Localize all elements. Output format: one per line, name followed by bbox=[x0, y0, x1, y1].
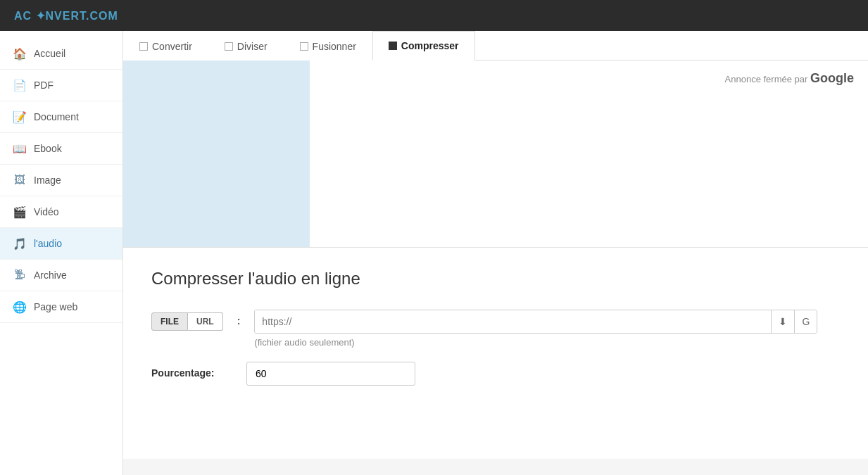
main-layout: 🏠 Accueil 📄 PDF 📝 Document 📖 Ebook 🖼 Ima… bbox=[0, 31, 868, 475]
accueil-icon: 🏠 bbox=[13, 46, 27, 61]
tab-label-fusionner: Fusionner bbox=[313, 41, 356, 52]
url-input[interactable] bbox=[255, 310, 771, 333]
sidebar-label-video: Vidéo bbox=[34, 206, 59, 217]
video-icon: 🎬 bbox=[13, 205, 27, 219]
logo-ac: AC bbox=[14, 10, 36, 22]
tab-label-diviser: Diviser bbox=[237, 41, 268, 52]
url-button[interactable]: URL bbox=[188, 312, 223, 331]
file-button[interactable]: FILE bbox=[151, 312, 188, 331]
tab-checkbox-fusionner bbox=[300, 42, 308, 51]
sidebar-item-image[interactable]: 🖼 Image bbox=[0, 165, 122, 196]
sidebar-item-pageweb[interactable]: 🌐 Page web bbox=[0, 291, 122, 323]
tab-bar: Convertir Diviser Fusionner Compresser bbox=[123, 31, 868, 61]
logo[interactable]: AC ✦NVERT.COM bbox=[14, 9, 118, 23]
file-url-buttons: FILE URL bbox=[151, 310, 223, 331]
pdf-icon: 📄 bbox=[13, 78, 27, 92]
sidebar-label-audio: l'audio bbox=[34, 238, 62, 249]
file-url-row: FILE URL : ⬇ G (fichier audio seulement) bbox=[151, 310, 840, 348]
google-drive-icon[interactable]: G bbox=[794, 310, 817, 333]
sidebar-label-pageweb: Page web bbox=[34, 301, 77, 312]
url-input-wrapper: ⬇ G bbox=[254, 310, 817, 334]
image-icon: 🖼 bbox=[13, 173, 27, 187]
content-area: Annonce fermée par Google Compresser l'a… bbox=[123, 61, 868, 459]
logo-nvert: NVERT.COM bbox=[46, 10, 118, 22]
pourcentage-label: Pourcentage: bbox=[151, 362, 236, 379]
pageweb-icon: 🌐 bbox=[13, 300, 27, 314]
sidebar-label-archive: Archive bbox=[34, 270, 67, 281]
sidebar-item-accueil[interactable]: 🏠 Accueil bbox=[0, 38, 122, 70]
dropdown-icon[interactable]: ⬇ bbox=[772, 310, 794, 333]
sidebar-item-pdf[interactable]: 📄 PDF bbox=[0, 70, 122, 101]
tab-label-convertir: Convertir bbox=[152, 41, 192, 52]
sidebar: 🏠 Accueil 📄 PDF 📝 Document 📖 Ebook 🖼 Ima… bbox=[0, 31, 123, 475]
tab-diviser[interactable]: Diviser bbox=[208, 31, 284, 61]
sidebar-label-image: Image bbox=[34, 175, 61, 186]
sidebar-item-archive[interactable]: 🗜 Archive bbox=[0, 260, 122, 291]
audio-icon: 🎵 bbox=[13, 236, 27, 251]
page-title: Compresser l'audio en ligne bbox=[151, 269, 840, 289]
ad-notice: Annonce fermée par Google bbox=[310, 61, 868, 247]
input-hint: (fichier audio seulement) bbox=[254, 337, 817, 348]
logo-symbol: ✦ bbox=[36, 10, 46, 22]
tab-checkbox-convertir bbox=[139, 42, 148, 51]
tab-convertir[interactable]: Convertir bbox=[123, 31, 208, 61]
sidebar-item-video[interactable]: 🎬 Vidéo bbox=[0, 196, 122, 228]
pourcentage-row: Pourcentage: bbox=[151, 362, 840, 386]
header: AC ✦NVERT.COM bbox=[0, 0, 868, 31]
archive-icon: 🗜 bbox=[13, 268, 27, 282]
ad-notice-text: Annonce fermée par bbox=[725, 74, 808, 84]
sidebar-label-document: Document bbox=[34, 111, 79, 122]
sidebar-item-document[interactable]: 📝 Document bbox=[0, 101, 122, 133]
sidebar-item-ebook[interactable]: 📖 Ebook bbox=[0, 133, 122, 165]
sidebar-label-accueil: Accueil bbox=[34, 48, 65, 59]
page-content: Compresser l'audio en ligne FILE URL : ⬇ bbox=[123, 248, 868, 459]
ad-placeholder bbox=[123, 61, 310, 247]
url-field-group: ⬇ G (fichier audio seulement) bbox=[254, 310, 817, 348]
sidebar-label-ebook: Ebook bbox=[34, 143, 62, 154]
main-content: Convertir Diviser Fusionner Compresser A… bbox=[123, 31, 868, 475]
tab-label-compresser: Compresser bbox=[401, 40, 459, 51]
tab-compresser[interactable]: Compresser bbox=[372, 31, 475, 61]
sidebar-label-pdf: PDF bbox=[34, 80, 54, 91]
google-text: Google bbox=[810, 71, 854, 85]
ad-area: Annonce fermée par Google bbox=[123, 61, 868, 248]
pourcentage-input[interactable] bbox=[246, 362, 415, 386]
document-icon: 📝 bbox=[13, 110, 27, 124]
tab-checkbox-compresser bbox=[389, 42, 397, 50]
colon-separator: : bbox=[234, 310, 244, 332]
ebook-icon: 📖 bbox=[13, 141, 27, 156]
tab-fusionner[interactable]: Fusionner bbox=[284, 31, 372, 61]
url-input-actions: ⬇ G bbox=[771, 310, 817, 333]
sidebar-item-audio[interactable]: 🎵 l'audio bbox=[0, 228, 122, 260]
tab-checkbox-diviser bbox=[225, 42, 233, 51]
